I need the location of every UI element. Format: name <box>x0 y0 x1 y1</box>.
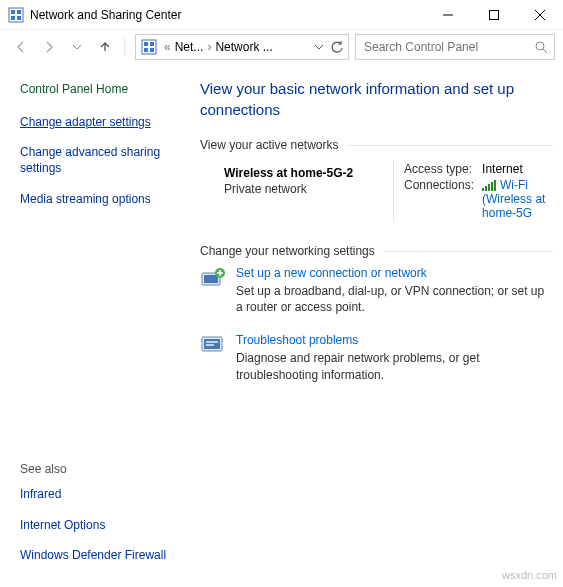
maximize-button[interactable] <box>471 0 517 29</box>
svg-rect-3 <box>11 16 15 20</box>
svg-rect-24 <box>206 344 214 346</box>
app-icon <box>8 7 24 23</box>
close-button[interactable] <box>517 0 563 29</box>
search-box[interactable] <box>355 34 555 60</box>
back-button[interactable] <box>8 34 34 60</box>
media-streaming-link[interactable]: Media streaming options <box>20 191 188 207</box>
infrared-link[interactable]: Infrared <box>20 486 188 502</box>
up-button[interactable] <box>92 34 118 60</box>
svg-rect-12 <box>144 48 148 52</box>
recent-dropdown[interactable] <box>64 34 90 60</box>
window-title: Network and Sharing Center <box>30 8 425 22</box>
minimize-button[interactable] <box>425 0 471 29</box>
svg-rect-11 <box>150 42 154 46</box>
setup-connection-item: Set up a new connection or network Set u… <box>200 266 553 315</box>
internet-options-link[interactable]: Internet Options <box>20 517 188 533</box>
toolbar: « Net... › Network ... <box>0 30 563 64</box>
main-content: View your basic network information and … <box>200 64 563 587</box>
forward-button[interactable] <box>36 34 62 60</box>
svg-rect-1 <box>11 10 15 14</box>
change-settings-header: Change your networking settings <box>200 244 553 258</box>
svg-rect-23 <box>206 341 218 343</box>
network-name: Wireless at home-5G-2 <box>224 166 389 180</box>
search-input[interactable] <box>362 39 534 55</box>
change-advanced-link[interactable]: Change advanced sharing settings <box>20 144 188 176</box>
wifi-signal-icon <box>482 180 496 191</box>
chevron-right-icon[interactable]: › <box>205 40 213 54</box>
troubleshoot-link[interactable]: Troubleshoot problems <box>236 333 358 347</box>
svg-rect-17 <box>204 275 218 283</box>
control-panel-icon <box>140 38 158 56</box>
change-adapter-link[interactable]: Change adapter settings <box>20 114 188 130</box>
connections-value: Wi-Fi (Wireless at home-5G <box>482 178 553 220</box>
troubleshoot-item: Troubleshoot problems Diagnose and repai… <box>200 333 553 382</box>
active-network-row: Wireless at home-5G-2 Private network Ac… <box>200 160 553 222</box>
troubleshoot-desc: Diagnose and repair network problems, or… <box>236 350 553 382</box>
active-networks-header: View your active networks <box>200 138 553 152</box>
firewall-link[interactable]: Windows Defender Firewall <box>20 547 188 563</box>
svg-point-14 <box>536 42 544 50</box>
chevron-icon[interactable]: « <box>162 40 173 54</box>
search-icon[interactable] <box>534 40 548 54</box>
breadcrumb-sharing[interactable]: Network ... <box>213 40 274 54</box>
see-also-header: See also <box>20 462 188 476</box>
page-title: View your basic network information and … <box>200 78 553 120</box>
sidebar: Control Panel Home Change adapter settin… <box>0 64 200 587</box>
svg-rect-2 <box>17 10 21 14</box>
network-type: Private network <box>224 182 389 196</box>
svg-rect-13 <box>150 48 154 52</box>
troubleshoot-icon <box>200 334 226 382</box>
setup-connection-desc: Set up a broadband, dial-up, or VPN conn… <box>236 283 553 315</box>
title-bar: Network and Sharing Center <box>0 0 563 30</box>
svg-rect-6 <box>490 10 499 19</box>
address-dropdown-icon[interactable] <box>314 42 324 52</box>
svg-rect-4 <box>17 16 21 20</box>
connections-label: Connections: <box>404 178 474 192</box>
refresh-button[interactable] <box>330 40 344 54</box>
access-type-label: Access type: <box>404 162 474 176</box>
svg-rect-10 <box>144 42 148 46</box>
setup-connection-icon <box>200 267 226 315</box>
address-bar[interactable]: « Net... › Network ... <box>135 34 349 60</box>
breadcrumb-network[interactable]: Net... <box>173 40 206 54</box>
setup-connection-link[interactable]: Set up a new connection or network <box>236 266 427 280</box>
watermark: wsxdn.com <box>502 569 557 581</box>
separator <box>124 38 125 56</box>
access-type-value: Internet <box>482 162 553 176</box>
svg-line-15 <box>543 49 547 53</box>
control-panel-home-link[interactable]: Control Panel Home <box>20 82 188 96</box>
